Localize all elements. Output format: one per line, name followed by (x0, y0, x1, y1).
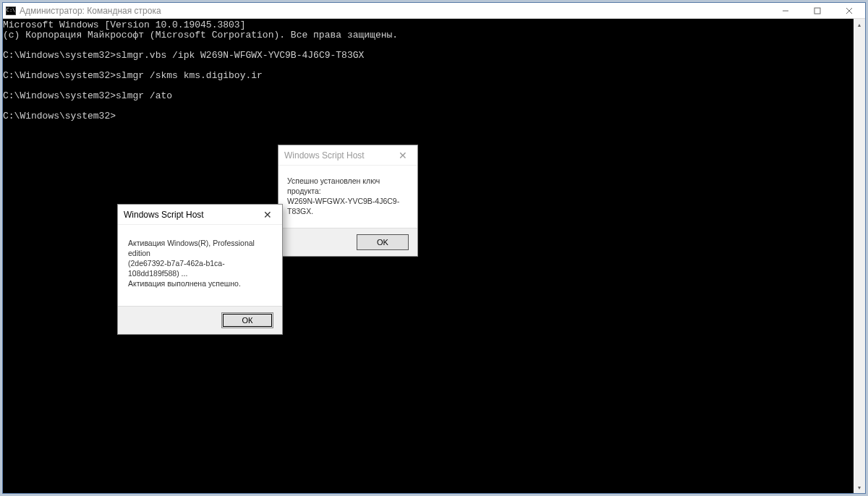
maximize-button[interactable] (801, 3, 833, 19)
dialog-text-line: Активация выполнена успешно. (128, 278, 272, 288)
console-area[interactable]: Microsoft Windows [Version 10.0.19045.38… (3, 19, 865, 493)
dialog-footer: ОК (118, 306, 282, 334)
minimize-button[interactable] (770, 3, 801, 19)
dialog-text-line: Успешно установлен ключ продукта: (287, 176, 409, 196)
titlebar[interactable]: C:\ Администратор: Командная строка (3, 3, 865, 19)
scroll-track[interactable] (854, 30, 865, 482)
dialog-titlebar[interactable]: Windows Script Host ✕ (278, 145, 417, 166)
dialog-titlebar[interactable]: Windows Script Host ✕ (118, 205, 282, 225)
wsh-dialog-activation: Windows Script Host ✕ Активация Windows(… (117, 204, 283, 335)
ok-button[interactable]: ОК (221, 312, 273, 328)
cmd-icon: C:\ (6, 7, 16, 15)
vertical-scrollbar[interactable]: ▴ ▾ (854, 19, 865, 493)
dialog-body: Успешно установлен ключ продукта: W269N-… (278, 166, 417, 228)
ok-button[interactable]: OK (357, 234, 409, 250)
scroll-down-button[interactable]: ▾ (854, 482, 865, 493)
close-icon[interactable]: ✕ (388, 145, 417, 166)
dialog-text-line: (2de67392-b7a7-462a-b1ca-108dd189f588) .… (128, 258, 272, 278)
dialog-text-line: Активация Windows(R), Professional editi… (128, 238, 272, 258)
window-controls (770, 3, 865, 19)
svg-rect-1 (814, 8, 820, 14)
dialog-title: Windows Script Host (284, 150, 365, 161)
scroll-up-button[interactable]: ▴ (854, 19, 865, 30)
dialog-footer: OK (278, 228, 417, 256)
dialog-body: Активация Windows(R), Professional editi… (118, 225, 282, 306)
wsh-dialog-product-key: Windows Script Host ✕ Успешно установлен… (278, 145, 418, 257)
window-title: Администратор: Командная строка (20, 6, 161, 16)
dialog-text-line: W269N-WFGWX-YVC9B-4J6C9-T83GX. (287, 196, 409, 216)
close-button[interactable] (833, 3, 865, 19)
console-output: Microsoft Windows [Version 10.0.19045.38… (3, 19, 865, 121)
close-icon[interactable]: ✕ (253, 205, 282, 225)
cmd-window: C:\ Администратор: Командная строка Micr… (2, 2, 866, 494)
dialog-title: Windows Script Host (124, 210, 204, 220)
